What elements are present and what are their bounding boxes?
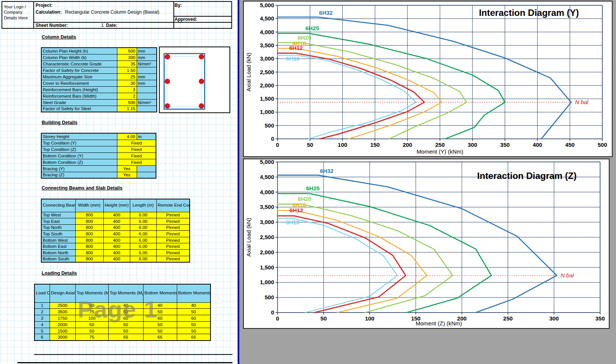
load-input-cell[interactable]: 50	[143, 328, 177, 334]
table-row: Reinforcement Bars (Width)2	[41, 93, 157, 99]
param-input-cell[interactable]: 25	[117, 73, 137, 80]
beam-height-cell[interactable]: 400	[103, 237, 130, 243]
beam-condition-cell[interactable]: Pinned	[156, 224, 190, 231]
beam-width-cell[interactable]: 800	[75, 237, 103, 243]
param-input-cell[interactable]: 3	[117, 86, 137, 93]
beam-condition-cell[interactable]: Pinned	[156, 212, 190, 218]
beam-height-cell[interactable]: 400	[103, 256, 130, 262]
interaction-diagram-z-chart: 05010015020025030035005001,0001,5002,000…	[243, 159, 610, 329]
beam-length-cell[interactable]: 6.00	[130, 212, 156, 218]
load-input-cell[interactable]: 65	[177, 334, 211, 341]
column-details-table: Column Plan Height (h)500mmColumn Plan W…	[41, 47, 157, 112]
param-unit: m	[137, 133, 156, 140]
nbal-label: N bal	[561, 272, 574, 278]
load-input-cell[interactable]: 1500	[50, 328, 75, 334]
sheet-number-value[interactable]: 1	[86, 23, 104, 28]
series-line-6H16	[278, 210, 427, 313]
beam-condition-cell[interactable]: Pinned	[156, 243, 190, 250]
beam-condition-cell[interactable]: Pinned	[156, 218, 190, 225]
beam-condition-cell[interactable]: Pinned	[156, 250, 190, 256]
param-input-cell[interactable]: 500	[117, 48, 137, 54]
param-input-cell[interactable]: Fixed	[117, 152, 156, 159]
series-label-6H25: 6H25	[306, 185, 320, 191]
param-input-cell[interactable]: Fixed	[117, 146, 156, 152]
beam-height-cell[interactable]: 400	[103, 250, 130, 256]
load-input-cell[interactable]: 65	[108, 334, 143, 341]
project-label: Project:	[36, 3, 53, 8]
beam-length-cell[interactable]: 6.00	[130, 250, 156, 256]
series-line-6H20	[278, 204, 453, 313]
beam-width-cell[interactable]: 800	[75, 243, 103, 250]
beam-width-cell[interactable]: 800	[75, 250, 103, 256]
load-input-cell[interactable]: 50	[75, 328, 108, 334]
y-tick-label: 3,500	[260, 42, 274, 48]
param-input-cell[interactable]: Yes	[117, 165, 137, 172]
param-input-cell[interactable]: Yes	[117, 172, 137, 178]
x-tick-label: 100	[365, 315, 374, 322]
param-input-cell[interactable]: Fixed	[117, 159, 156, 165]
y-tick-label: 500	[265, 122, 274, 129]
date-field[interactable]	[123, 23, 171, 28]
beam-height-cell[interactable]: 400	[103, 231, 130, 237]
beam-length-cell[interactable]: 6.00	[130, 231, 156, 237]
beam-height-cell[interactable]: 400	[103, 224, 130, 231]
y-tick-label: 1,000	[260, 109, 274, 115]
param-input-cell[interactable]: 500	[117, 99, 137, 106]
load-input-cell[interactable]: 50	[177, 309, 211, 315]
param-label: Top Condition (Z)	[41, 146, 117, 152]
param-input-cell[interactable]: 300	[117, 54, 137, 61]
load-input-cell[interactable]: 50	[108, 328, 143, 334]
load-input-cell[interactable]: 75	[75, 334, 108, 341]
logo-cell: Your Logo / Company Details Here	[2, 2, 34, 28]
load-case-number: 5	[34, 328, 50, 334]
beam-name: Bottom East	[41, 243, 75, 250]
beam-height-cell[interactable]: 400	[103, 218, 130, 225]
beam-length-cell[interactable]: 6.00	[130, 256, 156, 262]
param-input-cell[interactable]: 1.15	[117, 106, 137, 112]
table-row: Column Plan Width (b)300mm	[41, 54, 157, 61]
series-label-6H12: 6H12	[290, 207, 303, 213]
beam-width-cell[interactable]: 800	[75, 212, 103, 218]
beam-width-cell[interactable]: 800	[75, 218, 103, 225]
param-unit	[137, 86, 157, 93]
load-input-cell[interactable]: 40	[177, 302, 211, 309]
load-input-cell[interactable]: 3000	[50, 334, 75, 341]
param-label: Maximum Aggregate Size	[41, 73, 117, 80]
by-field[interactable]	[185, 3, 230, 8]
calculation-value[interactable]: Rectangular Concrete Column Design (Biax…	[65, 9, 159, 15]
beam-height-cell[interactable]: 400	[103, 243, 130, 250]
load-input-cell[interactable]: 1750	[50, 315, 75, 322]
param-input-cell[interactable]: 2	[117, 93, 137, 99]
beam-width-cell[interactable]: 800	[75, 256, 103, 262]
load-input-cell[interactable]: 60	[177, 315, 211, 322]
load-input-cell[interactable]: 65	[143, 334, 177, 341]
series-line-6H25	[278, 194, 491, 313]
series-line-6H25	[278, 33, 505, 139]
beam-length-cell[interactable]: 6.00	[130, 237, 156, 243]
load-input-cell[interactable]: 2500	[50, 302, 75, 309]
load-input-cell[interactable]: 2000	[50, 321, 75, 328]
param-input-cell[interactable]: 1.50	[117, 67, 137, 73]
param-input-cell[interactable]: 35	[117, 61, 137, 67]
section-divider	[34, 354, 232, 355]
beam-width-cell[interactable]: 800	[75, 231, 103, 237]
beam-length-cell[interactable]: 6.00	[130, 218, 156, 225]
param-input-cell[interactable]: 4.00	[117, 133, 137, 140]
param-input-cell[interactable]: Fixed	[117, 140, 156, 146]
param-input-cell[interactable]: 30	[117, 80, 137, 86]
beam-height-cell[interactable]: 400	[103, 212, 130, 218]
load-input-cell[interactable]: 50	[177, 321, 211, 328]
load-input-cell[interactable]: 50	[177, 328, 211, 334]
project-field[interactable]	[63, 3, 173, 8]
load-case-number: 2	[34, 309, 50, 315]
column-header: Load Case	[34, 284, 50, 302]
beam-condition-cell[interactable]: Pinned	[156, 231, 190, 237]
beam-condition-cell[interactable]: Pinned	[156, 237, 190, 243]
beam-length-cell[interactable]: 6.00	[130, 224, 156, 231]
beam-width-cell[interactable]: 800	[75, 224, 103, 231]
beam-length-cell[interactable]: 6.00	[130, 243, 156, 250]
header-divider	[173, 2, 174, 28]
load-input-cell[interactable]: 3500	[50, 309, 75, 315]
beam-condition-cell[interactable]: Pinned	[156, 256, 190, 262]
series-label-6H32: 6H32	[320, 168, 334, 174]
